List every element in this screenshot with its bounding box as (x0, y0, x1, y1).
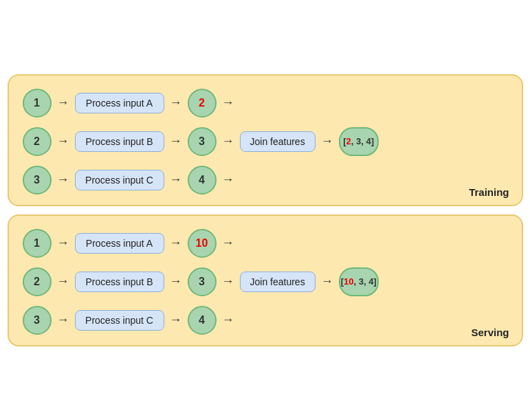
serving-process-b: Process input B (75, 272, 164, 292)
serving-label: Serving (471, 327, 509, 338)
serving-content: 1 → Process input A → 10 → 2 → Process i… (23, 228, 508, 335)
training-output-1: 2 (188, 89, 217, 118)
training-process-a: Process input A (75, 93, 164, 113)
training-process-b: Process input B (75, 131, 164, 152)
sarrow-5: → (170, 274, 182, 289)
training-output-3: 4 (188, 166, 217, 195)
serving-input-1: 1 (23, 229, 52, 258)
arrow-3: → (222, 96, 234, 110)
sarrow-9: → (170, 313, 182, 327)
training-input-3: 3 (23, 166, 52, 195)
training-process-c: Process input C (75, 170, 164, 190)
arrow-7: → (321, 134, 333, 148)
arrow-1: → (57, 96, 69, 110)
sarrow-4: → (57, 274, 69, 289)
training-row-1: 1 → Process input A → 2 → (23, 88, 508, 118)
arrow-9: → (170, 173, 182, 187)
training-input-2: 2 (23, 127, 52, 156)
serving-join-features: Join features (240, 272, 316, 292)
arrow-10: → (222, 173, 234, 187)
training-row-2: 2 → Process input B → 3 → Join features … (23, 126, 508, 157)
serving-result: [10, 3, 4] (339, 267, 379, 296)
sarrow-1: → (57, 236, 69, 250)
serving-input-3: 3 (23, 306, 52, 335)
serving-input-2: 2 (23, 267, 52, 296)
training-label: Training (469, 186, 509, 198)
training-result: [2, 3, 4] (339, 127, 379, 156)
serving-row-1: 1 → Process input A → 10 → (23, 228, 508, 258)
serving-output-2: 3 (188, 267, 217, 296)
sarrow-2: → (170, 236, 182, 250)
sarrow-3: → (222, 236, 234, 250)
arrow-5: → (170, 134, 182, 148)
serving-output-3: 4 (188, 306, 217, 335)
serving-row-2: 2 → Process input B → 3 → Join features … (23, 267, 508, 297)
training-panel: 1 → Process input A → 2 → 2 → Process in… (8, 74, 523, 206)
arrow-2: → (170, 96, 182, 110)
training-join-features: Join features (240, 131, 316, 152)
training-row-3: 3 → Process input C → 4 → (23, 165, 508, 195)
training-result-red: 2 (346, 136, 351, 146)
sarrow-8: → (57, 313, 69, 327)
serving-process-a: Process input A (75, 233, 164, 254)
serving-row-3: 3 → Process input C → 4 → (23, 305, 508, 335)
serving-process-c: Process input C (75, 310, 164, 331)
arrow-6: → (222, 134, 234, 148)
arrow-4: → (57, 134, 69, 148)
training-input-1: 1 (23, 89, 52, 118)
serving-result-red: 10 (344, 276, 353, 287)
training-output-2: 3 (188, 127, 217, 156)
sarrow-7: → (321, 274, 333, 289)
sarrow-10: → (222, 313, 234, 327)
serving-output-1: 10 (188, 229, 217, 258)
sarrow-6: → (222, 274, 234, 289)
serving-panel: 1 → Process input A → 10 → 2 → Process i… (8, 214, 523, 346)
arrow-8: → (57, 173, 69, 187)
training-content: 1 → Process input A → 2 → 2 → Process in… (23, 88, 508, 195)
